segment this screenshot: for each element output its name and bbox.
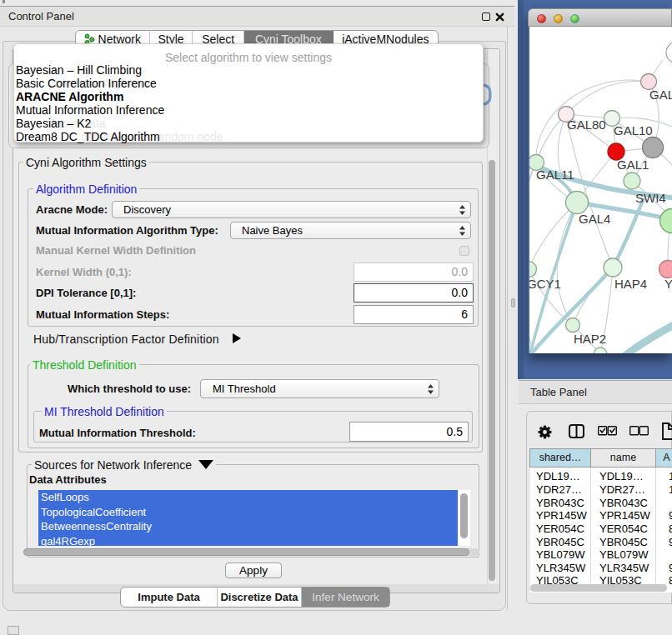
svg-text:YM: YM: [664, 277, 672, 291]
svg-text:SWI4: SWI4: [635, 191, 666, 205]
svg-text:HAP4: HAP4: [614, 277, 647, 291]
svg-text:GAL1: GAL1: [617, 158, 649, 172]
svg-text:GAL10: GAL10: [614, 123, 653, 138]
svg-text:GAL80: GAL80: [567, 118, 606, 132]
svg-text:GCY1: GCY1: [529, 277, 561, 291]
svg-text:GAL4: GAL4: [579, 212, 610, 226]
svg-text:GAL7: GAL7: [649, 88, 672, 102]
svg-text:HAP2: HAP2: [574, 332, 606, 346]
svg-text:GAL11: GAL11: [536, 168, 574, 182]
